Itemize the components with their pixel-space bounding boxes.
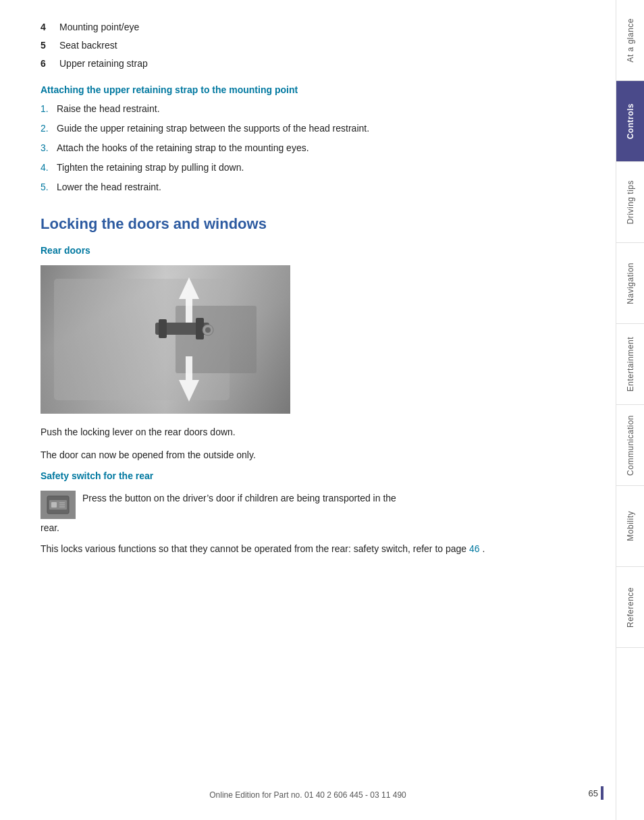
list-item: 6 Upper retaining strap — [41, 57, 562, 71]
step-text: Guide the upper retaining strap between … — [57, 121, 562, 136]
locking-main-heading: Locking the doors and windows — [41, 215, 562, 234]
tab-reference[interactable]: Reference — [616, 567, 644, 648]
tab-at-a-glance[interactable]: At a glance — [616, 0, 644, 81]
step-item: 5. Lower the head restraint. — [41, 180, 562, 194]
tab-label: Navigation — [626, 263, 635, 304]
rear-door-image — [41, 265, 290, 414]
svg-rect-13 — [51, 502, 57, 508]
step-text: Attach the hooks of the retaining strap … — [57, 141, 562, 155]
tab-communication[interactable]: Communication — [616, 405, 644, 486]
door-image-svg — [41, 265, 290, 414]
footer-text: Online Edition for Part no. 01 40 2 606 … — [209, 790, 406, 800]
steps-list: 1. Raise the head restraint. 2. Guide th… — [41, 102, 562, 194]
item-text: Mounting point/eye — [59, 20, 139, 34]
step-text: Raise the head restraint. — [57, 102, 562, 116]
safety-switch-block: Press the button on the driver’s door if… — [41, 491, 562, 535]
item-number: 5 — [41, 38, 59, 53]
list-item: 5 Seat backrest — [41, 38, 562, 53]
page-number-box: 65 — [589, 786, 603, 800]
tab-controls[interactable]: Controls — [616, 81, 644, 162]
step-number: 4. — [41, 161, 57, 175]
step-number: 1. — [41, 102, 57, 116]
step-item: 4. Tighten the retaining strap by pullin… — [41, 161, 562, 175]
safety-icon-svg — [46, 495, 70, 515]
rear-door-para1: Push the locking lever on the rear doors… — [41, 425, 562, 439]
item-number: 6 — [41, 57, 59, 71]
tab-label: Communication — [626, 415, 635, 476]
safety-text-below: rear. — [41, 520, 562, 535]
page-number: 65 — [589, 788, 598, 798]
rear-doors-subheading: Rear doors — [41, 245, 562, 256]
tab-label: Entertainment — [626, 337, 635, 391]
page-link[interactable]: 46 — [469, 543, 480, 554]
tab-label: Controls — [626, 103, 635, 139]
step-number: 5. — [41, 180, 57, 194]
svg-point-10 — [205, 327, 211, 333]
numbered-items-list: 4 Mounting point/eye 5 Seat backrest 6 U… — [41, 20, 562, 71]
step-item: 1. Raise the head restraint. — [41, 102, 562, 116]
page-footer: Online Edition for Part no. 01 40 2 606 … — [0, 790, 616, 800]
step-number: 2. — [41, 121, 57, 136]
safety-switch-icon — [41, 491, 76, 519]
door-image-placeholder — [41, 265, 290, 414]
main-content: 4 Mounting point/eye 5 Seat backrest 6 U… — [0, 0, 616, 820]
list-item: 4 Mounting point/eye — [41, 20, 562, 34]
page-number-bar — [601, 786, 603, 800]
item-text: Upper retaining strap — [59, 57, 148, 71]
safety-switch-subheading: Safety switch for the rear — [41, 470, 562, 481]
item-number: 4 — [41, 20, 59, 34]
safety-para-text: This locks various functions so that the… — [41, 543, 466, 554]
rear-door-para2: The door can now be opened from the outs… — [41, 447, 562, 462]
sidebar-tabs: At a glance Controls Driving tips Naviga… — [616, 0, 644, 820]
svg-rect-5 — [159, 319, 167, 338]
safety-text-inline: Press the button on the driver’s door if… — [82, 491, 562, 505]
safety-switch-para: This locks various functions so that the… — [41, 541, 562, 556]
tab-entertainment[interactable]: Entertainment — [616, 324, 644, 405]
tab-label: Driving tips — [626, 180, 635, 224]
step-text: Lower the head restraint. — [57, 180, 562, 194]
attaching-heading: Attaching the upper retaining strap to t… — [41, 84, 562, 95]
tab-label: Reference — [626, 587, 635, 628]
step-text: Tighten the retaining strap by pulling i… — [57, 161, 562, 175]
step-item: 3. Attach the hooks of the retaining str… — [41, 141, 562, 155]
tab-label: At a glance — [626, 18, 635, 63]
tab-driving-tips[interactable]: Driving tips — [616, 162, 644, 243]
tab-label: Mobility — [626, 511, 635, 541]
step-item: 2. Guide the upper retaining strap betwe… — [41, 121, 562, 136]
tab-navigation[interactable]: Navigation — [616, 243, 644, 324]
safety-para-end: . — [482, 543, 485, 554]
step-number: 3. — [41, 141, 57, 155]
item-text: Seat backrest — [59, 38, 117, 53]
tab-mobility[interactable]: Mobility — [616, 486, 644, 567]
